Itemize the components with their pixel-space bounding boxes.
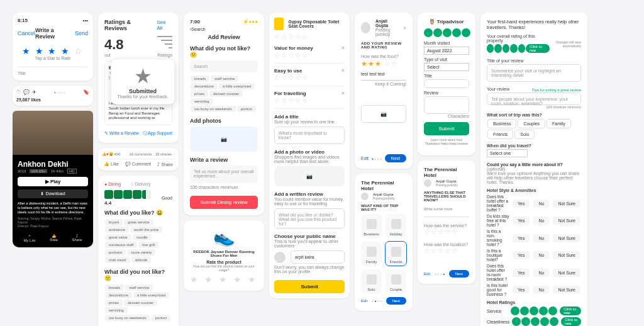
see-all-link[interactable]: See All [157,20,172,31]
type-select[interactable]: Select [424,63,469,71]
cat-friends[interactable]: Friends [386,242,406,266]
submit-button[interactable]: Submit [424,122,469,135]
zomato-review-card: ● Dining ○ Delivery 4.4 Good What did yo… [98,176,179,326]
share-button[interactable]: ⤴ Share [157,162,173,167]
time: 8:15 [18,18,28,23]
like-button[interactable]: 👍 Like [104,162,119,167]
movie-hero [13,111,93,155]
review-text[interactable]: Tell us more about your overall experien… [190,166,258,183]
photo-upload[interactable]: 📷 [274,166,345,186]
overall-stars[interactable]: ☆☆☆☆☆ [274,33,345,41]
photo-upload[interactable]: 📷 [190,126,258,152]
like-tags[interactable]: bryanigreat serviceambianceworth the pri… [104,218,172,264]
review-input[interactable]: Tell people about your experience: your … [487,93,581,105]
search-dislike[interactable]: Search [190,60,258,72]
cat-couple[interactable]: Couple [386,269,406,293]
movie-title: Ankhon Dekhi [18,160,88,169]
star-rating[interactable]: ★ ★ ★ ★ ☆ [22,46,84,56]
trip-type-card: The Perennial Hotel Anjali GuptaPosting … [355,174,413,311]
next-button[interactable]: Next [385,154,406,162]
star-rating[interactable]: ★ ★ ★ ★ ★ [190,274,258,284]
month-select[interactable]: August 2022 [424,47,469,55]
cat-family[interactable]: Family [361,242,382,266]
download-button[interactable]: ⬇ Download [18,189,88,198]
overall-rating[interactable]: Click to rate [487,44,550,53]
mylist-button[interactable]: ＋My List [23,233,35,242]
close-icon[interactable]: × [403,25,406,31]
zomato-add-review: 7:00⚡●●● ‹Search Add Review What did you… [184,13,264,215]
else-know-card: The Perennial Hotel Anjali GuptaPosting … [418,160,475,284]
review-text[interactable]: What did you like or dislike? What did y… [274,208,345,228]
cat-solo[interactable]: Solo [361,269,382,293]
dislike-tags[interactable]: breadsstaff servicedecorationsa little o… [104,284,172,322]
avatar [274,252,286,263]
cat-holiday[interactable]: Holiday [386,214,406,238]
share-button[interactable]: ⤴Share [72,234,82,242]
write-review-link[interactable]: ✎ Write a Review [104,131,139,136]
tripadvisor-long-form: Your first-hand experiences really help … [480,13,587,326]
page-title: Write a Review [35,27,75,40]
netflix-card: Ankhon Dekhi 2013 U/A 13+ 1h 43m HD ▶ Pl… [13,111,93,247]
flipkart-rate-card: 👟 REEBOK Jaysaw Runner Running Shoes For… [184,220,264,291]
heart-icon[interactable]: ♡ [16,89,21,95]
appstore-rating-card: Ratings & Reviews See All 4.8 out ▬▬▬▬▬▬… [98,13,179,143]
fb-actions: 👍♥😮 400 16 comments · 15 shares ·· 👍 Lik… [98,148,179,171]
edit-button[interactable]: Edit [361,156,369,160]
comment-button[interactable]: 💬 Comment [125,162,151,167]
bookmark-icon[interactable]: 🔖 [83,89,89,95]
send-button[interactable]: Send [75,30,88,37]
submit-button[interactable]: Submit Dining review [190,196,258,209]
title-input[interactable] [424,79,469,88]
title-input[interactable]: What's most important to know? [274,126,345,144]
review-input[interactable] [424,96,469,114]
rate-button[interactable]: 👍Rate [50,233,58,242]
app-support-link[interactable]: ⓘ App Support [143,130,172,137]
google-review-card: Anjali GuptaPosting publicly× ADD YOUR R… [355,13,413,169]
title-input[interactable]: Title [18,67,88,76]
cat-business[interactable]: Business [361,214,382,238]
back-icon[interactable]: ‹Search [190,27,206,31]
amazon-review-card: Gypsy Disposable Toilet Seat Covers ☆☆☆☆… [269,13,350,298]
comment-icon[interactable]: 💬 [23,89,30,95]
ta-rating[interactable] [424,28,470,37]
play-button[interactable]: ▶ Play [18,177,88,186]
submit-button[interactable]: Submit [274,280,345,293]
when-select[interactable]: Select one [487,149,528,157]
cancel-button[interactable]: Cancel [18,30,35,37]
share-icon[interactable]: ✈ [32,89,36,95]
title-input[interactable]: Summarize your visit or highlight an int… [487,64,581,82]
close-icon[interactable]: × [341,45,345,51]
food-stars[interactable]: ★★★ ☆☆ [361,60,406,68]
tripadvisor-form: 🦉 Tripadvisor Month visited August 2022 … [418,13,475,155]
name-input[interactable]: arpit kalra [291,250,345,264]
ig-actions: ♡ 💬 ✈ • • • • • 🔖 25,087 likes [13,86,93,106]
photo-upload[interactable]: 📷 [361,105,406,123]
ios-review-card: 8:15••• Cancel Write a Review Send ★ ★ ★… [13,13,93,81]
